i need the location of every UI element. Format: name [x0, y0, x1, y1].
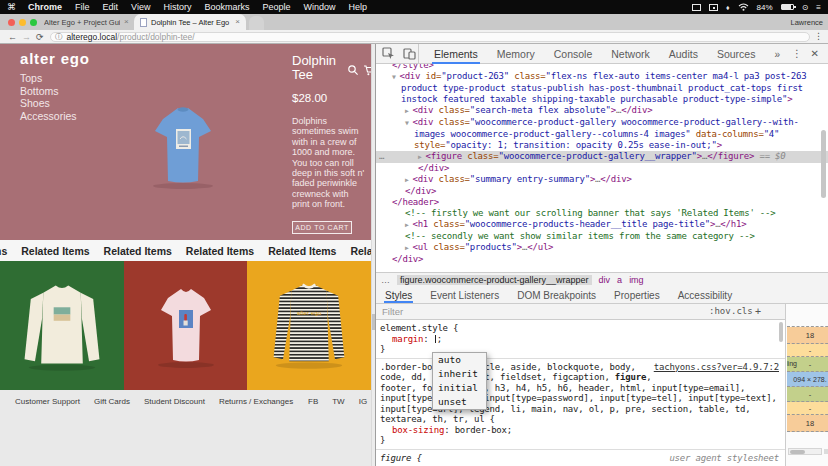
dom-tree-line[interactable]: </div>	[376, 186, 828, 197]
devtools-close-icon[interactable]: ✕	[811, 48, 819, 59]
browser-tab-inactive[interactable]: Alter Ego + Project Guide ×	[44, 14, 132, 30]
menu-item[interactable]: File	[75, 2, 90, 12]
window-close-button[interactable]	[8, 19, 15, 26]
menu-item[interactable]: People	[262, 2, 290, 12]
browser-tab-active[interactable]: Dolphin Tee – Alter Ego ×	[134, 14, 246, 30]
bluetooth-icon[interactable]: ♦	[726, 4, 730, 11]
related-product-cream-long-sleeve[interactable]	[0, 261, 124, 390]
nav-item-tops[interactable]: Tops	[20, 72, 77, 85]
menu-item[interactable]: Edit	[103, 2, 119, 12]
overflow-ellipsis[interactable]: …	[381, 275, 390, 285]
site-info-icon[interactable]: ⓘ	[55, 33, 63, 41]
footer-link[interactable]: Gift Cards	[94, 397, 130, 406]
box-model-diagram[interactable]: 18 - padding- 094 × 278. - - 18	[787, 326, 828, 432]
rule-selector[interactable]: textarea, th, tr, ul {	[380, 414, 781, 425]
device-toolbar-icon[interactable]	[403, 47, 416, 60]
css-property[interactable]: box-sizing: border-box;	[380, 425, 781, 436]
forward-icon[interactable]: →	[22, 31, 31, 43]
new-style-rule-button[interactable]: +	[755, 306, 761, 317]
more-tabs-icon[interactable]: »	[774, 44, 780, 64]
dom-tree-line[interactable]: ▶ <ul class="products">…</ul>	[376, 242, 828, 254]
social-link-tw[interactable]: TW	[332, 397, 344, 406]
sidebar-tab-dom-breakpoints[interactable]: DOM Breakpoints	[516, 287, 597, 303]
nav-item-bottoms[interactable]: Bottoms	[20, 85, 77, 98]
devtools-tab-sources[interactable]: Sources	[715, 44, 758, 64]
social-link-ig[interactable]: IG	[359, 397, 367, 406]
dom-tree-line[interactable]: …▶ <figure class="woocommerce-product-ga…	[376, 151, 828, 163]
devtools-tab-console[interactable]: Console	[552, 44, 595, 64]
dom-tree-line[interactable]: ▼ <div id="product-263" class="flex-ns f…	[376, 71, 828, 105]
menu-item[interactable]: Bookmarks	[204, 2, 249, 12]
autocomplete-item-inherit[interactable]: inherit	[433, 367, 486, 381]
dom-tree-line[interactable]: ▶ <div class="search-meta flex absolute"…	[376, 105, 828, 117]
sidebar-horizontal-scrollbar[interactable]	[788, 448, 822, 455]
sidebar-tab-accessibility[interactable]: Accessibility	[677, 287, 733, 303]
sidebar-tab-event-listeners[interactable]: Event Listeners	[429, 287, 500, 303]
new-tab-button[interactable]	[249, 16, 264, 30]
breadcrumb-item[interactable]: div	[599, 275, 611, 285]
wifi-icon[interactable]	[738, 3, 749, 11]
site-logo[interactable]: alter ego	[20, 50, 90, 67]
dom-tree-scrollbar-thumb[interactable]	[821, 130, 826, 198]
footer-link[interactable]: Returns / Exchanges	[219, 397, 293, 406]
close-icon[interactable]: ×	[124, 18, 129, 26]
class-toggle[interactable]: .cls	[731, 306, 753, 316]
footer-link[interactable]: Customer Support	[15, 397, 80, 406]
clock-icon[interactable]: ⊙	[802, 3, 809, 12]
menu-item[interactable]: Help	[348, 2, 367, 12]
footer-link[interactable]: Student Discount	[144, 397, 205, 406]
breadcrumb-item[interactable]: figure.woocommerce-product-gallery__wrap…	[397, 275, 592, 285]
menu-item[interactable]: Window	[303, 2, 335, 12]
dom-tree-line[interactable]: </style>	[376, 64, 828, 71]
display-icon[interactable]	[692, 4, 701, 11]
stylesheet-link[interactable]: tachyons.css?ver=4.9.7:2	[654, 362, 779, 373]
dom-tree-line[interactable]: <!-- firstly we want our scrolling banne…	[376, 208, 828, 219]
devtools-tab-audits[interactable]: Audits	[667, 44, 700, 64]
breadcrumb-item[interactable]: img	[629, 275, 644, 285]
autocomplete-item-unset[interactable]: unset	[433, 395, 486, 409]
menu-item[interactable]: View	[131, 2, 150, 12]
back-icon[interactable]: ←	[8, 31, 17, 43]
dom-tree-line[interactable]: </div>	[376, 163, 828, 174]
apple-icon[interactable]: ⌘	[7, 2, 16, 12]
screen-mirroring-icon[interactable]	[709, 4, 718, 11]
window-minimize-button[interactable]	[19, 19, 26, 26]
close-icon[interactable]: ×	[235, 18, 240, 26]
notification-center-icon[interactable]: ≡	[816, 3, 821, 12]
dom-tree-line[interactable]: ▶ <div class="summary entry-summary">…</…	[376, 174, 828, 186]
add-to-cart-button[interactable]: ADD TO CART	[292, 221, 352, 234]
cart-icon[interactable]	[363, 64, 371, 76]
hover-state-toggle[interactable]: :hov	[709, 306, 731, 316]
autocomplete-item-initial[interactable]: initial	[433, 381, 486, 395]
devtools-tab-elements[interactable]: Elements	[432, 44, 480, 64]
devtools-menu-icon[interactable]: ⋮	[792, 48, 802, 59]
nav-item-shoes[interactable]: Shoes	[20, 97, 77, 110]
sidebar-scrollbar-thumb[interactable]	[790, 450, 805, 454]
rule-selector[interactable]: element.style {	[380, 323, 781, 334]
styles-scrollbar-thumb[interactable]	[779, 322, 783, 342]
related-product-pink-tee[interactable]	[124, 261, 247, 390]
related-product-striped-long-sleeve[interactable]: alter ego	[247, 261, 371, 390]
window-zoom-button[interactable]	[30, 19, 37, 26]
browser-profile-name[interactable]: Lawrence	[790, 18, 823, 27]
dom-tree-line[interactable]: </div>	[376, 254, 828, 265]
product-photo-dolphin-tee[interactable]	[133, 93, 233, 193]
dom-tree-line[interactable]: ▶ <h1 class="woocommerce-products-header…	[376, 219, 828, 231]
dom-tree-line[interactable]: <!-- secondly we want show similar items…	[376, 231, 828, 242]
menu-item[interactable]: Chrome	[28, 2, 62, 12]
dom-tree-line[interactable]: </header>	[376, 197, 828, 208]
devtools-tab-network[interactable]: Network	[609, 44, 652, 64]
inspect-element-icon[interactable]	[382, 47, 395, 60]
reload-icon[interactable]: ⟳	[36, 31, 44, 43]
styles-filter-input[interactable]	[382, 305, 602, 318]
menu-item[interactable]: History	[163, 2, 191, 12]
sidebar-tab-properties[interactable]: Properties	[613, 287, 661, 303]
nav-item-accessories[interactable]: Accessories	[20, 110, 77, 123]
devtools-tab-memory[interactable]: Memory	[495, 44, 537, 64]
css-property[interactable]: margin: ;	[380, 334, 781, 345]
address-bar[interactable]: ⓘ alterego.local/product/dolphin-tee/	[50, 32, 810, 42]
autocomplete-item-auto[interactable]: auto	[433, 353, 486, 367]
search-icon[interactable]	[347, 64, 359, 76]
social-link-fb[interactable]: FB	[308, 397, 318, 406]
breadcrumb-item[interactable]: a	[617, 275, 622, 285]
